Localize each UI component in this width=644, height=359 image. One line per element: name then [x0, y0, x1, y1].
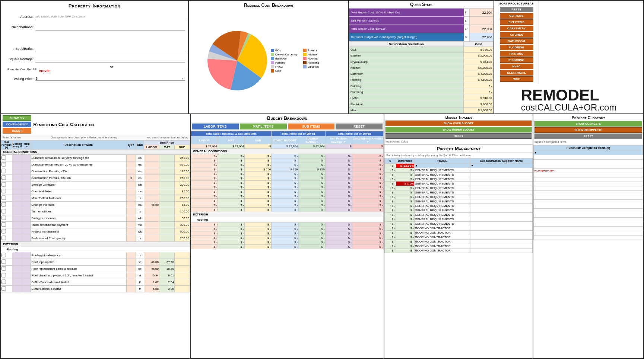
bb-row: $ - $ - $ - $ - $ - $ - $ - — [191, 154, 384, 158]
pm-row: $ - $ - GENERAL REQUIREMENTS — [385, 186, 533, 190]
sub-items-tab[interactable]: SUB ITEMS — [288, 124, 335, 129]
show-under-budget-button[interactable]: SHOW UNDER BUDGET — [386, 127, 532, 132]
legend-bathroom: Bathroom — [275, 57, 288, 60]
show-incomplete-button[interactable]: SHOW INCOMPLETE — [534, 127, 642, 133]
pm-hint: Sort info by trade or by sub/supplier us… — [384, 153, 533, 158]
pm-row: $ - $ - GENERAL REQUIREMENTS — [385, 199, 533, 204]
sort-btn-misc[interactable]: MISC — [500, 76, 533, 82]
sp-trade: Flooring — [349, 77, 464, 83]
asking-price-label: Asking Price: — [4, 77, 34, 81]
legend-flooring: Flooring — [308, 57, 318, 60]
rcc-hint2: Change work item descriptions/Enter quan… — [50, 136, 117, 139]
pm-row: $ - $ - GENERAL REQUIREMENTS — [385, 173, 533, 177]
sort-btn-bathroom[interactable]: BATHROOM — [500, 38, 533, 44]
pc-row — [534, 209, 643, 213]
rcc-row: Turn on utilities ls — [1, 208, 190, 215]
stat-dollar-1: $ — [464, 9, 469, 16]
pc-row — [534, 164, 643, 169]
sp-cost: $ 8,000.00 — [464, 65, 494, 71]
contingency-button[interactable]: CONTINGENCY — [3, 122, 31, 127]
address-hint: Info carried over from MPP Calculator — [35, 15, 85, 18]
sort-btn-ext-items[interactable]: EXT ITEMS — [500, 19, 533, 25]
stat-value-3: 22,904 — [469, 25, 494, 33]
pc-row — [534, 213, 643, 218]
pm-row: $ - $ - GENERAL REQUIREMENTS — [385, 168, 533, 173]
pc-row — [534, 155, 643, 160]
sp-cost: $ 1,000.00 — [464, 107, 494, 113]
rcc-row: Construction Permits, $5k-10k ea — [1, 175, 190, 182]
bb-row: $ - $ - $ - $ - $ - $ - $ - — [191, 222, 384, 227]
bt-input-label: Input Actual Costs — [386, 140, 532, 143]
bb-total-diyed: $ 22,904 — [272, 144, 298, 149]
labor-items-tab[interactable]: LABOR ITEMS — [192, 124, 239, 129]
rcc-row: Fuel/gas expenses wk — [1, 215, 190, 222]
bb-total-sub: $ — [245, 144, 272, 149]
stat-label-3: Total Repair Cost, 'DIYED' — [349, 25, 464, 33]
sort-btn-electrical[interactable]: ELECTRICAL — [500, 70, 533, 76]
bb-row: $ - $ - $ - $ - $ - $ - $ - — [191, 158, 384, 163]
pc-row — [534, 186, 643, 191]
pc-row — [534, 235, 643, 240]
matl-items-tab[interactable]: MAT'L ITEMS — [240, 124, 287, 129]
pc-row — [534, 195, 643, 200]
pm-row: $ - $ - ROOFING CONTRACTOR — [385, 240, 533, 244]
rcc-hint3: You can change unit prices below — [147, 136, 188, 139]
show-over-budget-button[interactable]: SHOW OVER BUDGET — [386, 121, 532, 126]
sort-btn-painting[interactable]: PAINTING — [500, 51, 533, 57]
rcc-row: Gutters-demo & install lf — [1, 286, 190, 292]
pc-reset-button[interactable]: RESET — [534, 134, 642, 139]
pc-row — [534, 204, 643, 209]
sort-btn-gc-items[interactable]: GC ITEMS — [500, 13, 533, 19]
reset-sort-button[interactable]: RESET — [500, 7, 533, 12]
sp-trade: HVAC — [349, 95, 464, 101]
pc-row — [534, 173, 643, 177]
bb-row: $ - $ - $ - $ - $ - $ - $ - — [191, 231, 384, 236]
bb-reset-button[interactable]: RESET — [336, 124, 383, 129]
bb-row: $ - $ - $ - $ - $ - $ - $ - — [191, 176, 384, 181]
sp-cost: $ 2,000.00 — [464, 53, 494, 59]
bb-row: $ - $ - $ - $ - $ - $ - $ - — [191, 194, 384, 199]
bb-title: Budget Breakdown — [191, 114, 384, 122]
bb-contingency: $ — [352, 144, 383, 149]
beds-label: # Beds/Baths: — [4, 47, 34, 51]
pc-title: Project Closeout — [534, 115, 642, 120]
pm-row: $ - $ - ROOFING CONTRACTOR — [385, 249, 533, 253]
bb-total-mat: $ 22,904 — [218, 144, 245, 149]
legend-plumbing: Plumbing — [308, 61, 319, 64]
rcc-row: Dumpster rental-medium 20 yd w/ tonnage … — [1, 161, 190, 168]
bb-row: $ - $ - $ - $ - $ - $ - $ - — [191, 236, 384, 240]
bb-row: $ - $ - $ - $ - $ - $ - $ - — [191, 245, 384, 249]
show-complete-button[interactable]: SHOW COMPLETE — [534, 121, 642, 126]
pm-row: $ - $ - GENERAL REQUIREMENTS — [385, 208, 533, 213]
pc-row — [534, 191, 643, 195]
pc-row — [534, 177, 643, 182]
sort-btn-plumbing[interactable]: PLUMBING — [500, 57, 533, 63]
rcc-row: Roof replacement-demo & replace sq — [1, 266, 190, 272]
rcc-reset-button[interactable]: RESET — [3, 128, 31, 134]
rcc-hint1: Enter '¥' below — [3, 136, 21, 139]
address-label: Address: — [4, 15, 34, 19]
bb-row: $ - $ - $ - $ - $ - $ - $ - — [191, 163, 384, 167]
sort-btn-carpentry[interactable]: CARPENTRY — [500, 26, 533, 31]
bt-reset-button[interactable]: RESET — [386, 133, 532, 139]
bb-row: $ - $ - $ - $ - $ - $ - $ - — [191, 203, 384, 208]
sort-btn-flooring[interactable]: FLOORING — [500, 45, 533, 50]
pm-row: $ - $ - GENERAL REQUIREMENTS — [385, 213, 533, 217]
sp-trade: Plumbing — [349, 89, 464, 95]
legend-misc: Misc — [275, 69, 281, 73]
pm-row: $ - $ - GENERAL REQUIREMENTS — [385, 195, 533, 199]
pm-row: $ - $ - GENERAL REQUIREMENTS — [385, 222, 533, 226]
show-diy-button[interactable]: SHOW DIY — [3, 115, 31, 121]
pm-row: $ - $ - ROOFING CONTRACTOR — [385, 231, 533, 235]
sp-trade: Exterior — [349, 53, 464, 59]
sort-btn-kitchen[interactable]: KITCHEN — [500, 32, 533, 38]
pm-row: $ - $ - GENERAL REQUIREMENTS — [385, 204, 533, 208]
sp-cost: $ 4,000.00 — [464, 71, 494, 77]
stat-value-4: 22,904 — [469, 33, 494, 41]
rcc-row: Roof sheathing, plywood 1/2", remove & i… — [1, 272, 190, 279]
pc-row — [534, 231, 643, 235]
pm-row: $ - $ - GENERAL REQUIREMENTS — [385, 177, 533, 182]
bb-row: $ - $ - $ - $ - $ - $ - $ - — [191, 172, 384, 176]
sort-btn-hvac[interactable]: HVAC — [500, 64, 533, 69]
pm-title: Project Management — [384, 145, 533, 153]
